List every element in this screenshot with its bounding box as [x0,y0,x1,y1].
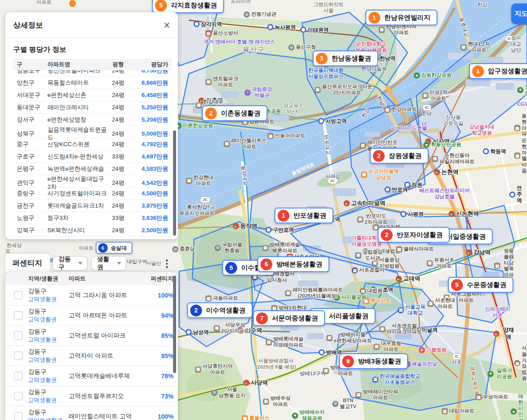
station-label: 논현역 [434,169,458,176]
zone-label[interactable]: 2이촌동생활권 [202,105,267,121]
map-label: ▤방배래미안타워 아파트 [355,389,398,401]
percent-table-header: 지역/생활권아파트퍼센티지 [5,272,178,285]
table-row[interactable]: 강동구고덕생활권고덕센트럴 아이파크85% [5,326,178,346]
zone-link[interactable]: 고덕생활권 [28,356,69,364]
station-label: 동작역 [233,223,257,230]
subway-icon [494,330,500,337]
zone-link[interactable]: 고덕생활권 [28,396,69,404]
table-row[interactable]: 서대문구e편한세상신촌24평6,458만원 [13,89,172,101]
map-label: 그랜드하얏트 서울 [314,2,344,14]
table-row[interactable]: 은평구녹번역e편한세상캐슬24평4,583만원 [13,163,172,175]
zone-type-dropdown[interactable]: 생활권 [91,256,126,270]
row-checkbox[interactable] [14,311,22,319]
table-row[interactable]: 영등포구당산센트럴아이파크24평6,750만원 [13,70,172,77]
table-row[interactable]: 동대문구래미안크레시티24평5,250만원 [13,101,172,114]
zone-label[interactable]: 5수운중생활권 [448,277,513,293]
close-icon[interactable]: × [163,20,170,31]
zone-label[interactable]: 1압구정생활권 [469,63,527,79]
table-row[interactable]: 강동구고덕생활권고덕센트럴푸르지오73% [5,386,178,406]
zone-label[interactable]: 2잠원생활권 [370,148,429,164]
table-row[interactable]: 강동구고덕생활권고덕 그라시움 아파트100% [5,285,178,305]
zone-link[interactable]: 고덕생활권 [28,295,69,303]
zone-badge: 1 [368,12,380,24]
zone-label[interactable]: 6숭실대 [96,242,132,254]
map-label: ▤대법원 [360,288,383,294]
cell-c4: 4,500만원 [130,190,168,197]
subway-icon [243,380,249,386]
zone-badge: 1 [472,65,484,77]
percent-table-body[interactable]: 강동구고덕생활권고덕 그라시움 아파트100%강동구고덕생활권고덕 아르테온 아… [5,285,178,420]
zone-label[interactable]: 7서문여중생활권 [253,310,325,326]
zone-label[interactable]: 9방배3동생활권 [339,353,408,369]
percent-title-chip: 퍼센티지 [5,254,50,272]
zone-label[interactable]: 5각지효창생활권 [152,0,224,13]
percent-col-header: 지역/생활권 [28,275,69,283]
table-row[interactable]: 중랑구사가정센트럴아이파크24평4,500만원 [13,187,172,200]
table-row[interactable]: 강서구e편한세상염창24평5,208만원 [13,114,172,126]
table-row[interactable]: 강동구고덕생활권고덕자이 아파트85% [5,346,178,366]
table-row[interactable]: 관악구e편한세상서울대입구2차24평4,542만원 [13,175,172,187]
zone-label-text: 이수역생활권 [206,306,245,315]
map-label: JC [200,197,210,203]
row-checkbox[interactable] [14,412,22,420]
district-dropdown[interactable]: 강동구 [53,256,87,270]
row-checkbox[interactable] [14,352,22,360]
zone-label[interactable]: 6방배본동생활권 [257,256,329,272]
map-label: ▤용산푸르지오파크타운 2단지아파트 [314,84,372,96]
kebab-menu-icon[interactable] [163,257,170,270]
subway-icon [186,329,192,335]
row-checkbox[interactable] [14,331,22,340]
table-row[interactable]: 금천구롯데캐슬골드파크1차24평3,875만원 [13,200,172,212]
table-row[interactable]: 중구신당KCC스위첸24평4,792만원 [13,138,172,151]
zone-link[interactable]: 고덕생활권 [28,376,69,384]
map-toggle-button[interactable]: 지도 [511,4,527,24]
region-cell: 강동구고덕생활권 [28,348,69,364]
table-row[interactable]: 구로구신도림4차e-편한세상33평4,697만원 [13,151,172,163]
zone-badge: 3 [316,53,328,65]
map-label: 아파트 [79,245,94,251]
zone-label[interactable]: 1한남유엔빌리지 [365,10,437,25]
poi-icon: ▤ [494,263,500,269]
table-row[interactable]: 강동구고덕생활권고덕롯데캐슬베네루체78% [5,366,178,386]
zone-label[interactable]: 2반포자이생활권 [378,227,450,243]
zone-label[interactable]: 3한남동생활권 [313,50,378,66]
poi-icon: ▤ [514,360,520,366]
poi-icon: ▤ [186,178,192,184]
poi-icon: ▤ [206,30,212,36]
map-label: ▤서초경찰서 [352,267,385,273]
zone-link[interactable]: 고덕생활권 [28,316,69,323]
zone-label-text: 숭실대 [111,244,126,251]
map-label: ▤서울교육 대학교 [398,304,426,316]
map-label: ▤한강아파트 [384,107,417,113]
subway-icon [300,27,307,33]
map-canvas[interactable]: 한강한강용산구서래섬올림픽대로경부고속도로동호대교한남대교반포대교동작대교JC동… [0,0,527,420]
row-checkbox[interactable] [14,392,22,400]
zone-link[interactable]: 명일동생활권 [28,416,69,420]
map-label: ▤대우효령 아파트 [374,341,401,353]
map-label: CGV [517,101,527,108]
poi-icon: ▤ [422,93,428,99]
row-checkbox[interactable] [14,291,22,299]
poi-icon: ⊙ [211,390,217,396]
map-label: 서울방배경찰서 (2025년 9월 예정) [256,358,296,370]
price-table-scrollbar[interactable] [173,130,176,236]
cell-c3: 24평 [107,190,130,197]
row-checkbox[interactable] [14,372,22,380]
zone-link[interactable]: 고덕생활권 [28,336,69,344]
table-row[interactable]: 강동구고덕생활권고덕 아르테온 아파트94% [5,305,178,326]
table-row[interactable]: 강동구명일동생활권래미안힐스테이트 고덕100% [5,406,178,420]
map-label: JC [327,178,338,184]
map-label: ☺예술의전당 [404,361,437,367]
table-row[interactable]: 양천구목동힐스테이트24평6,666만원 [13,77,172,89]
zone-label[interactable]: 2이수역생활권 [187,302,253,318]
cell-c4: 3,636만원 [130,214,168,222]
price-table-body[interactable]: 영등포구당산센트럴아이파크24평6,750만원양천구목동힐스테이트24평6,66… [13,70,172,243]
map-label: ▤사당휴먼시아 아파트 [195,363,233,376]
table-row[interactable]: 성북구길음역롯데캐슬트윈골드24평5,000만원 [13,126,172,138]
table-row[interactable]: 강북구SK북한산시티24평2,500만원 [13,224,172,237]
percent-table-scrollbar[interactable] [173,276,176,373]
table-row[interactable]: 노원구청구3차33평3,636만원 [13,212,172,224]
zone-label[interactable]: 1반포생활권 [274,208,333,223]
subway-icon [266,227,272,233]
price-col-header: 아파트명 [47,61,107,68]
